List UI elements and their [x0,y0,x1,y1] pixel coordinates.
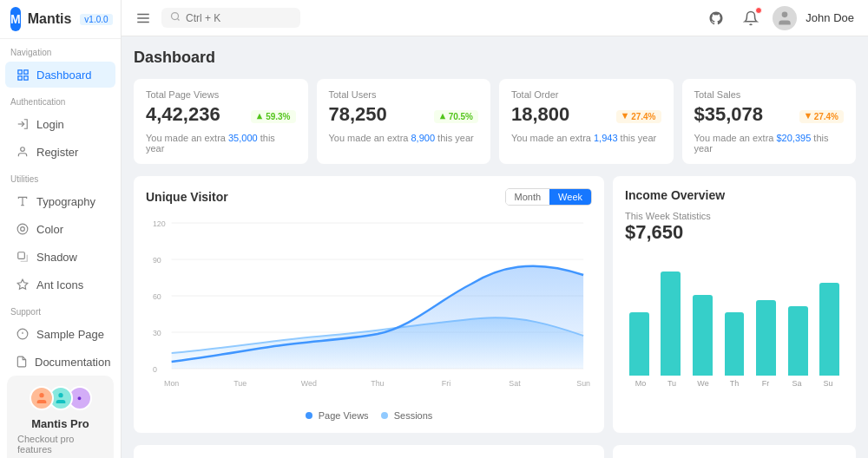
stat-badge-3: 27.4% [799,110,844,123]
svg-text:Mon: Mon [164,379,179,388]
charts-row: Unique Visitor Month Week 120 90 60 30 0 [134,176,856,433]
bar-wrap [688,254,717,376]
svg-text:Thu: Thu [371,379,384,388]
notification-button[interactable] [738,5,764,31]
header-right: John Doe [703,5,854,31]
bar [693,295,713,376]
login-icon [16,117,30,131]
header: John Doe [122,0,868,36]
sample-page-icon [16,327,30,341]
svg-text:Tue: Tue [233,379,247,388]
dashboard-label: Dashboard [36,69,92,82]
sidebar-item-register[interactable]: Register [5,139,115,165]
support-section-label: Support [0,298,121,320]
stat-label-1: Total Users [329,89,479,100]
svg-text:Sun: Sun [576,379,590,388]
bar-wrap [657,254,686,376]
svg-rect-3 [23,75,27,79]
stat-label-2: Total Order [511,89,661,100]
svg-point-5 [21,147,25,152]
ant-icons-label: Ant Icons [36,278,83,291]
stat-badge-2: 27.4% [616,110,661,123]
register-label: Register [36,146,78,159]
stat-footer-0: You made an extra 35,000 this year [146,133,296,154]
bar-label: Th [719,379,750,388]
documentation-icon [16,355,28,369]
bar-wrap [815,254,844,376]
toggle-week[interactable]: Week [549,189,591,205]
menu-toggle-button[interactable] [135,10,151,26]
sample-page-label: Sample Page [36,328,104,341]
dashboard-icon [16,68,30,82]
svg-rect-1 [23,69,27,73]
sidebar-item-shadow[interactable]: Shadow [5,244,115,270]
github-button[interactable] [703,5,729,31]
svg-text:Sat: Sat [509,379,521,388]
nav-section-label: Navigation [0,39,121,61]
svg-point-20 [172,13,179,20]
svg-text:60: 60 [153,292,161,301]
promo-card: ● Mantis Pro Checkout pro features Pro [7,376,114,458]
legend-page-views: Page Views [306,410,369,421]
stat-badge-1: 70.5% [434,110,478,123]
user-name: John Doe [806,11,854,24]
bottom-row: Recent Orders Tracking No. Product Name … [134,445,856,458]
stat-card-page-views: Total Page Views 4,42,236 59.3% You made… [134,79,308,164]
period-toggle: Month Week [505,188,593,206]
income-card: Income Overview This Week Statistics $7,… [613,176,856,433]
svg-marker-11 [17,279,28,289]
logo-icon: M [10,7,21,31]
app-name: Mantis [28,11,72,27]
bar-label: Sa [781,379,812,388]
sidebar-logo: M Mantis v1.0.0 [0,0,121,39]
bar-label: Fr [750,379,781,388]
bar [629,312,649,376]
stat-value-1: 78,250 [329,103,387,126]
stat-link-0[interactable]: 35,000 [228,133,258,143]
color-label: Color [36,223,63,236]
notification-badge [755,7,762,14]
bar [725,312,745,376]
notification-dot: ● [77,394,82,402]
svg-point-8 [17,224,28,234]
sidebar: M Mantis v1.0.0 Navigation Dashboard Aut… [0,0,122,458]
promo-subtitle: Checkout pro features [17,434,103,455]
stat-card-users: Total Users 78,250 70.5% You made an ext… [317,79,491,164]
sidebar-item-typography[interactable]: Typography [5,188,115,214]
stat-link-3[interactable]: $20,395 [777,133,812,143]
stat-value-3: $35,078 [694,103,764,126]
bar-chart-labels: MoTuWeThFrSaSu [625,379,844,388]
toggle-month[interactable]: Month [506,189,550,205]
sidebar-item-sample-page[interactable]: Sample Page [5,321,115,347]
svg-text:Fri: Fri [442,379,450,388]
sidebar-item-login[interactable]: Login [5,111,115,137]
svg-line-21 [177,18,179,20]
stat-link-1[interactable]: 8,900 [411,133,436,143]
income-title: Income Overview [625,188,844,202]
sidebar-item-documentation[interactable]: Documentation [5,349,115,375]
app-version: v1.0.0 [80,14,112,25]
stat-footer-3: You made an extra $20,395 this year [694,133,845,154]
sidebar-item-color[interactable]: Color [5,216,115,242]
chart-header: Unique Visitor Month Week [146,188,592,206]
sidebar-item-ant-icons[interactable]: Ant Icons [5,272,115,298]
stat-value-2: 18,800 [511,103,569,126]
income-bar-chart [625,254,844,376]
bar-wrap [720,254,749,376]
search-box[interactable] [161,8,300,28]
documentation-label: Documentation [35,356,110,369]
bar-label: Su [812,379,844,388]
svg-marker-26 [805,114,810,119]
utilities-section-label: Utilities [0,166,121,187]
search-input[interactable] [186,12,273,24]
line-chart-area: 120 90 60 30 0 [146,214,592,405]
stat-link-2[interactable]: 1,943 [594,133,618,143]
bar-wrap [752,254,780,376]
promo-avatar-1 [30,386,54,410]
svg-text:0: 0 [153,365,157,374]
avatar [773,6,797,30]
svg-text:90: 90 [153,256,161,265]
bar-wrap [625,254,654,376]
sidebar-item-dashboard[interactable]: Dashboard [5,62,115,88]
analytics-card: Analytics Report Company Finance Growth … [613,445,856,458]
